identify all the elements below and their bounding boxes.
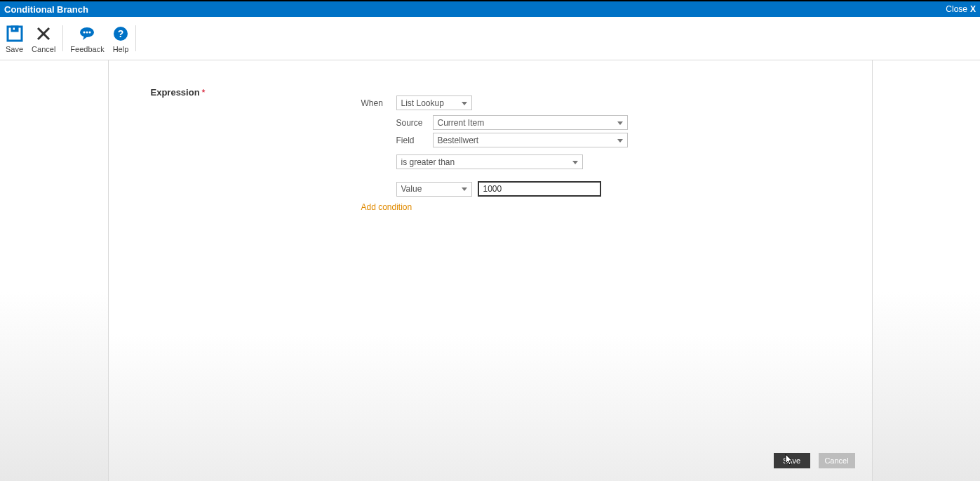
save-label: Save bbox=[6, 45, 23, 53]
close-icon: X bbox=[970, 4, 976, 14]
help-label: Help bbox=[113, 45, 129, 53]
ribbon-separator bbox=[62, 25, 63, 51]
field-label: Field bbox=[396, 136, 433, 145]
cancel-icon bbox=[36, 24, 51, 44]
save-button[interactable]: Save bbox=[1, 17, 27, 60]
svg-point-8 bbox=[86, 31, 88, 33]
help-button[interactable]: ? Help bbox=[109, 17, 133, 60]
ribbon-toolbar: Save Cancel Feedba bbox=[0, 17, 980, 60]
svg-point-7 bbox=[83, 31, 86, 33]
footer-cancel-label: Cancel bbox=[824, 456, 848, 465]
source-select[interactable]: Current Item bbox=[433, 115, 628, 130]
svg-point-9 bbox=[89, 31, 91, 33]
feedback-label: Feedback bbox=[70, 45, 104, 53]
svg-rect-2 bbox=[15, 27, 17, 30]
expression-label: Expression bbox=[151, 87, 200, 98]
cancel-label: Cancel bbox=[32, 45, 55, 53]
footer-save-button[interactable]: Save bbox=[774, 453, 810, 468]
save-icon bbox=[6, 24, 23, 44]
add-condition-link[interactable]: Add condition bbox=[361, 202, 412, 212]
operator-select[interactable]: is greater than bbox=[396, 154, 583, 169]
svg-text:?: ? bbox=[118, 28, 124, 39]
value-input[interactable] bbox=[478, 181, 601, 197]
ribbon-separator bbox=[135, 25, 136, 51]
footer-save-label: Save bbox=[783, 456, 800, 465]
cancel-button[interactable]: Cancel bbox=[27, 17, 60, 60]
help-icon: ? bbox=[113, 24, 128, 44]
title-text: Conditional Branch bbox=[4, 4, 88, 15]
form-panel: Expression * When List Lookup Source Cur… bbox=[108, 60, 873, 481]
field-select[interactable]: Bestellwert bbox=[433, 133, 628, 147]
close-label: Close bbox=[946, 4, 967, 14]
required-asterisk: * bbox=[202, 87, 206, 98]
close-button[interactable]: Close X bbox=[946, 4, 976, 14]
comparator-select[interactable]: Value bbox=[396, 182, 472, 197]
when-select[interactable]: List Lookup bbox=[396, 95, 472, 110]
when-label: When bbox=[361, 98, 391, 108]
content-area: Expression * When List Lookup Source Cur… bbox=[0, 60, 980, 481]
feedback-button[interactable]: Feedback bbox=[66, 17, 108, 60]
feedback-icon bbox=[79, 24, 95, 44]
title-bar: Conditional Branch Close X bbox=[0, 1, 980, 17]
source-label: Source bbox=[396, 118, 433, 128]
footer-cancel-button[interactable]: Cancel bbox=[819, 453, 855, 468]
